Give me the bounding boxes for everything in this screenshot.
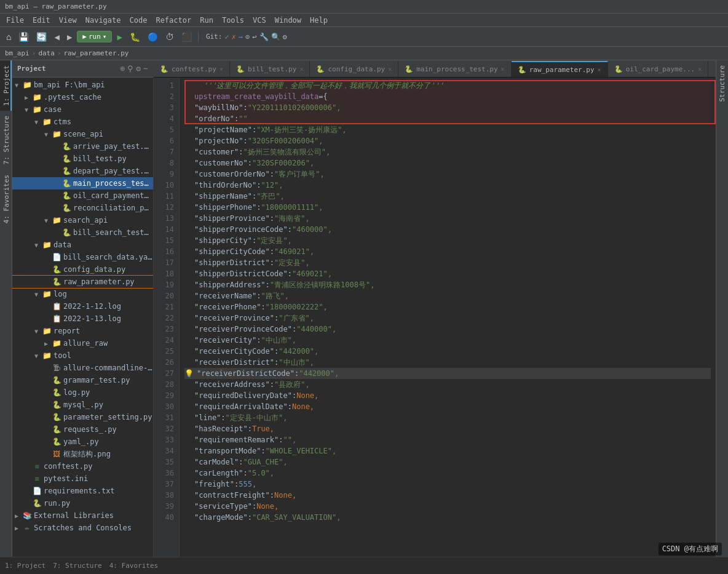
menu-help[interactable]: Help: [306, 15, 331, 26]
tree-ext-lib[interactable]: ▶ 📚 External Libraries: [12, 509, 153, 522]
tab-raw-parameter-close[interactable]: ×: [598, 66, 601, 73]
tree-grammar[interactable]: 🐍 grammar_test.py: [12, 374, 153, 386]
run-debug-icon[interactable]: 🐛: [127, 31, 143, 43]
code-line: "receiverProvince":"广东省",: [184, 313, 711, 324]
left-tab-favorites[interactable]: 4: Favorites: [0, 170, 12, 228]
tree-conftest[interactable]: ≡ conftest.py: [12, 460, 153, 472]
tree-bill-test[interactable]: 🐍 bill_test.py: [12, 153, 153, 165]
toolbar-home-icon[interactable]: ⌂: [4, 31, 14, 43]
menu-tools[interactable]: Tools: [218, 15, 248, 26]
tree-ctms[interactable]: ▼ 📁 ctms: [12, 116, 153, 128]
tab-oil-card[interactable]: 🐍 oil_card_payme... ×: [608, 61, 709, 77]
git-wrench-icon[interactable]: 🔧: [259, 33, 269, 41]
git-arrow-icon[interactable]: →: [239, 33, 243, 41]
tab-oil-card-close[interactable]: ×: [698, 66, 702, 73]
tree-main-process[interactable]: 🐍 main_process_test.py: [12, 177, 153, 189]
bulb-icon[interactable]: 💡: [184, 368, 194, 379]
run-profile-icon[interactable]: ⏱: [163, 31, 176, 43]
bottom-tab-structure[interactable]: 7: Structure: [53, 562, 101, 570]
git-x-icon[interactable]: ✗: [232, 33, 236, 41]
project-add-icon[interactable]: ⊕: [121, 64, 125, 73]
left-tab-structure[interactable]: 7: Structure: [0, 111, 12, 169]
menu-refactor[interactable]: Refactor: [152, 15, 195, 26]
bottom-tab-project[interactable]: 1: Project: [5, 562, 46, 570]
tree-report[interactable]: ▼ 📁 report: [12, 325, 153, 337]
tree-allure-zip[interactable]: 🗜 allure-commandline-2.8.0.zip: [12, 362, 153, 374]
menu-run[interactable]: Run: [196, 15, 217, 26]
tree-pytest-cache[interactable]: ▶ 📁 .pytest_cache: [12, 91, 153, 103]
tree-requests[interactable]: 🐍 requests_.py: [12, 423, 153, 436]
project-settings-icon[interactable]: ⚙: [136, 64, 141, 73]
project-filter-icon[interactable]: ⚲: [127, 64, 133, 73]
project-minimize-icon[interactable]: −: [143, 64, 148, 73]
tree-root[interactable]: ▼ 📁 bm_api F:\bm_api: [12, 79, 153, 91]
tab-main-process-close[interactable]: ×: [501, 66, 505, 73]
tree-search-api[interactable]: ▼ 📁 search_api: [12, 214, 153, 226]
menu-edit[interactable]: Edit: [29, 15, 54, 26]
toolbar-forward-icon[interactable]: ▶: [65, 31, 74, 43]
code-content[interactable]: '''这里可以分文件管理，全部写一起不好，我就写几个例于就不分了''' upst…: [180, 78, 716, 557]
bottom-tab-favorites[interactable]: 4: Favorites: [109, 562, 158, 570]
tree-param-setting[interactable]: 🐍 parameter_setting.py: [12, 411, 153, 423]
tab-config-data[interactable]: 🐍 config_data.py ×: [310, 61, 398, 77]
tab-conftest-close[interactable]: ×: [220, 66, 223, 73]
git-clock-icon[interactable]: ⊙: [245, 33, 250, 41]
git-search-icon[interactable]: 🔍: [271, 33, 280, 41]
tree-tool[interactable]: ▼ 📁 tool: [12, 349, 153, 362]
tree-scene-api[interactable]: ▼ 📁 scene_api: [12, 128, 153, 140]
tree-reconciliation[interactable]: 🐍 reconciliation_pay_test.py: [12, 202, 153, 214]
tree-raw-parameter[interactable]: 🐍 raw_parameter.py: [12, 276, 153, 288]
project-tree[interactable]: ▼ 📁 bm_api F:\bm_api ▶ 📁 .pytest_cache ▼…: [12, 78, 153, 557]
tree-log-1[interactable]: 📋 2022-1-12.log: [12, 300, 153, 313]
tree-log[interactable]: ▼ 📁 log: [12, 288, 153, 300]
tab-main-process[interactable]: 🐍 main_process_test.py ×: [398, 61, 511, 77]
tab-config-data-close[interactable]: ×: [388, 66, 392, 73]
tree-pytest-ini[interactable]: ≡ pytest.ini: [12, 472, 153, 485]
toolbar-save-icon[interactable]: 💾: [16, 31, 31, 43]
tree-scratches[interactable]: ▶ ✏ Scratches and Consoles: [12, 522, 153, 534]
tab-conftest[interactable]: 🐍 conftest.py ×: [154, 61, 230, 77]
tab-raw-parameter[interactable]: 🐍 raw_parameter.py ×: [512, 61, 608, 77]
run-button[interactable]: ▶ run ▾: [77, 31, 112, 42]
breadcrumb-data[interactable]: data: [38, 49, 55, 57]
menu-navigate[interactable]: Navigate: [82, 15, 125, 26]
run-play-icon[interactable]: ▶: [114, 31, 124, 43]
breadcrumb-bm-api[interactable]: bm_api: [5, 49, 30, 57]
code-container[interactable]: 1234567891011121314151617181920212223242…: [154, 78, 716, 557]
code-line: "receiverPhone":"18000002222",: [184, 301, 711, 313]
tree-requirements[interactable]: 📄 requirements.txt: [12, 485, 153, 497]
menu-code[interactable]: Code: [126, 15, 151, 26]
tree-arrive-pay[interactable]: 🐍 arrive_pay_test.py: [12, 140, 153, 153]
tree-run-py[interactable]: 🐍 run.py: [12, 497, 153, 509]
structure-tab[interactable]: Structure: [716, 60, 728, 107]
tree-bill-search[interactable]: 🐍 bill_search_test.py: [12, 226, 153, 239]
code-line: "shipperDistrictCode":"469021",: [184, 268, 711, 279]
git-check-icon[interactable]: ✓: [224, 33, 229, 41]
menu-vcs[interactable]: VCS: [249, 15, 270, 26]
menu-window[interactable]: Window: [271, 15, 305, 26]
left-tab-project[interactable]: 1: Project: [0, 60, 12, 111]
tree-config-data[interactable]: 🐍 config_data.py: [12, 263, 153, 276]
tree-mysql[interactable]: 🐍 mysql_.py: [12, 399, 153, 411]
toolbar-back-icon[interactable]: ◀: [52, 31, 61, 43]
menu-view[interactable]: View: [55, 15, 81, 26]
tree-allure-raw[interactable]: ▶ 📁 allure_raw: [12, 337, 153, 349]
tab-bill-test-close[interactable]: ×: [299, 66, 303, 73]
git-undo-icon[interactable]: ↩: [252, 33, 256, 41]
tree-oil-card[interactable]: 🐍 oil_card_payment_test.py: [12, 189, 153, 202]
tree-log-2[interactable]: 📋 2022-1-13.log: [12, 313, 153, 325]
run-coverage-icon[interactable]: 🔵: [145, 31, 160, 43]
stop-icon[interactable]: ⬛: [179, 31, 194, 43]
tab-bill-test[interactable]: 🐍 bill_test.py ×: [230, 61, 311, 77]
tree-yaml-py[interactable]: 🐍 yaml_.py: [12, 436, 153, 448]
toolbar-sync-icon[interactable]: 🔄: [34, 31, 49, 43]
tree-log-py[interactable]: 🐍 log.py: [12, 386, 153, 399]
tree-struct-png[interactable]: 🖼 框架结构.png: [12, 448, 153, 460]
tree-bill-search-data[interactable]: 📄 bill_search_data.yaml: [12, 251, 153, 263]
tree-data[interactable]: ▼ 📁 data: [12, 239, 153, 251]
tree-depart-pay[interactable]: 🐍 depart_pay_test.py: [12, 165, 153, 177]
breadcrumb-file[interactable]: raw_parameter.py: [64, 49, 129, 57]
menu-file[interactable]: File: [2, 15, 28, 26]
git-gear-icon[interactable]: ⚙: [283, 33, 287, 41]
tree-case[interactable]: ▼ 📁 case: [12, 103, 153, 116]
